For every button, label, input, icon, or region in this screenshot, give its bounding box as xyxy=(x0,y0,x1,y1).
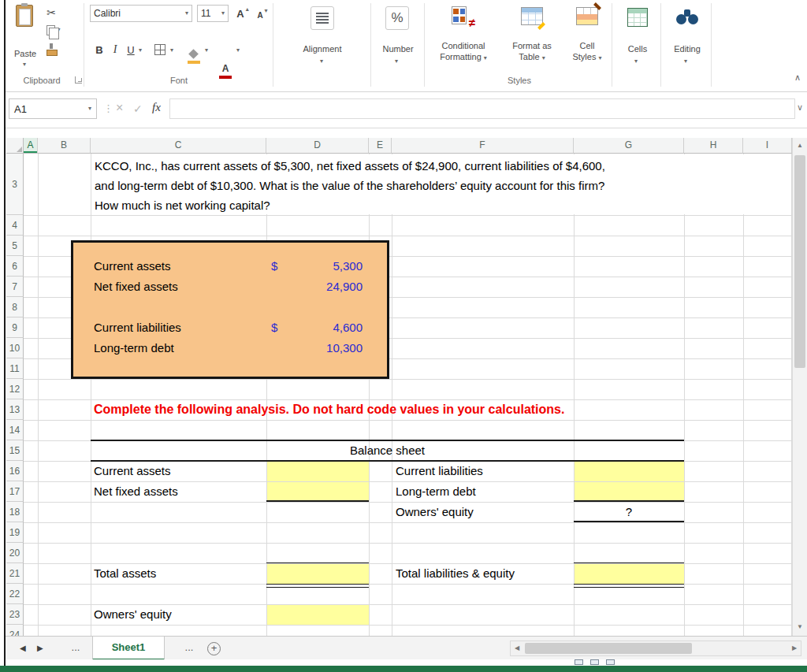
row-header-22[interactable]: 22 xyxy=(6,584,24,604)
row-header-21[interactable]: 21 xyxy=(6,563,24,584)
fill-color-dropdown-icon[interactable]: ▾ xyxy=(205,47,208,54)
row-header-13[interactable]: 13 xyxy=(6,399,24,420)
row-header-18[interactable]: 18 xyxy=(6,502,24,522)
column-header-H[interactable]: H xyxy=(684,138,743,154)
horizontal-scroll-thumb[interactable] xyxy=(525,643,692,654)
row-header-24[interactable]: 24 xyxy=(6,625,24,636)
row-headers: 3456789101112131415161718192021222324 xyxy=(6,154,24,636)
page-break-view-icon[interactable] xyxy=(606,659,615,665)
row-header-10[interactable]: 10 xyxy=(6,338,24,358)
scroll-left-button[interactable]: ◀ xyxy=(511,642,523,655)
column-header-I[interactable]: I xyxy=(743,138,792,154)
scissors-icon: ✂ xyxy=(46,7,56,18)
italic-button[interactable]: I xyxy=(110,41,120,58)
column-header-D[interactable]: D xyxy=(266,138,369,154)
vertical-scroll-thumb[interactable] xyxy=(794,155,805,368)
number-group-button[interactable]: % Number ▾ xyxy=(372,2,424,74)
cancel-button[interactable]: × xyxy=(116,102,123,114)
vertical-scrollbar[interactable]: ▲ ▼ xyxy=(792,138,807,636)
cells-group-button[interactable]: Cells ▾ xyxy=(613,2,662,74)
row-header-6[interactable]: 6 xyxy=(6,256,24,277)
borders-button[interactable] xyxy=(154,44,165,55)
enter-button[interactable]: ✓ xyxy=(133,102,143,115)
column-header-E[interactable]: E xyxy=(369,138,392,154)
row-header-11[interactable]: 11 xyxy=(6,358,24,379)
bold-button[interactable]: B xyxy=(93,41,106,58)
conditional-formatting-icon: ≠ xyxy=(452,5,475,28)
paste-button[interactable]: Paste ▾ xyxy=(8,2,43,75)
font-group-label: Font xyxy=(85,75,273,86)
column-header-A[interactable]: A xyxy=(24,138,38,154)
row-header-3[interactable]: 3 xyxy=(6,154,24,215)
shrink-font-button[interactable]: A ▾ xyxy=(254,8,271,22)
normal-view-icon[interactable] xyxy=(575,659,583,665)
sheet-tab-sheet1[interactable]: Sheet1 xyxy=(92,637,165,660)
editing-label: Editing xyxy=(662,44,712,54)
sheet-ellipsis-left[interactable]: ... xyxy=(65,638,86,657)
column-header-C[interactable]: C xyxy=(91,138,266,154)
cut-button[interactable]: ✂ xyxy=(41,5,61,20)
formula-bar-grip-icon[interactable]: ⋮ xyxy=(103,102,113,114)
collapse-ribbon-button[interactable]: ∧ xyxy=(790,72,805,87)
font-color-dropdown-icon[interactable]: ▾ xyxy=(236,47,240,54)
row-header-20[interactable]: 20 xyxy=(6,543,24,563)
row-header-19[interactable]: 19 xyxy=(6,522,24,543)
formula-input[interactable] xyxy=(169,98,795,119)
page-layout-view-icon[interactable] xyxy=(590,659,599,665)
row-header-15[interactable]: 15 xyxy=(6,440,24,461)
font-name-combobox[interactable]: Calibri ▾ xyxy=(90,5,192,22)
select-all-corner[interactable] xyxy=(6,138,24,154)
next-sheet-button[interactable]: ▶ xyxy=(37,644,43,653)
row-header-23[interactable]: 23 xyxy=(6,604,24,625)
copy-button[interactable]: ▾ xyxy=(41,22,66,38)
row-header-5[interactable]: 5 xyxy=(6,236,24,256)
clipboard-group-label: Clipboard xyxy=(6,75,78,86)
scroll-right-button[interactable]: ▶ xyxy=(788,642,801,655)
column-header-B[interactable]: B xyxy=(38,138,91,154)
column-header-G[interactable]: G xyxy=(574,138,684,154)
column-header-F[interactable]: F xyxy=(392,138,574,154)
sheet-ellipsis-right[interactable]: ... xyxy=(179,638,199,657)
format-painter-button[interactable] xyxy=(41,41,61,57)
formula-bar: A1 ▾ ⋮ × ✓ fx ∨ xyxy=(6,92,807,128)
bs-current-liabilities-label: Current liabilities xyxy=(396,461,483,481)
row-header-17[interactable]: 17 xyxy=(6,481,24,502)
underline-dropdown-icon[interactable]: ▾ xyxy=(139,47,142,54)
row-header-16[interactable]: 16 xyxy=(6,461,24,481)
horizontal-scrollbar[interactable]: ◀ ▶ xyxy=(510,640,801,656)
insert-function-button[interactable]: fx xyxy=(152,101,161,114)
new-sheet-button[interactable]: + xyxy=(207,642,221,655)
editing-group-button[interactable]: Editing ▾ xyxy=(662,2,712,74)
clipboard-dialog-launcher-icon[interactable] xyxy=(75,76,82,84)
format-as-table-button[interactable]: Format as Table ▾ xyxy=(503,2,561,74)
expand-formula-bar-button[interactable]: ∨ xyxy=(797,102,803,113)
name-box[interactable]: A1 ▾ xyxy=(9,98,97,119)
row-header-4[interactable]: 4 xyxy=(6,215,24,236)
row-header-12[interactable]: 12 xyxy=(6,379,24,399)
scroll-up-button[interactable]: ▲ xyxy=(794,139,806,152)
row-header-14[interactable]: 14 xyxy=(6,420,24,440)
grow-font-button[interactable]: A ▴ xyxy=(233,6,252,22)
name-box-value: A1 xyxy=(14,103,27,115)
fill-color-button[interactable] xyxy=(188,49,200,64)
scroll-down-button[interactable]: ▼ xyxy=(794,621,806,633)
font-name-value: Calibri xyxy=(94,8,121,19)
alignment-group-button[interactable]: Alignment ▾ xyxy=(276,2,369,74)
borders-dropdown-icon[interactable]: ▾ xyxy=(170,47,173,54)
paste-label: Paste xyxy=(8,49,43,59)
given-currency: $ xyxy=(271,256,277,277)
conditional-formatting-button[interactable]: ≠ Conditional Formatting ▾ xyxy=(427,2,500,74)
underline-button[interactable]: U xyxy=(125,41,137,58)
cell-G18-owners-equity-value[interactable]: ? xyxy=(574,502,684,522)
cell-styles-button[interactable]: Cell Styles ▾ xyxy=(563,2,612,74)
row-header-7[interactable]: 7 xyxy=(6,277,24,297)
bs-owners-equity-bottom-label: Owners' equity xyxy=(94,604,172,625)
row-header-9[interactable]: 9 xyxy=(6,317,24,338)
font-size-combobox[interactable]: 11 ▾ xyxy=(197,5,229,22)
question-line-2: and long-term debt of $10,300. What is t… xyxy=(95,176,790,195)
cells-icon xyxy=(627,8,648,27)
percent-icon: % xyxy=(391,11,403,25)
row-header-8[interactable]: 8 xyxy=(6,297,24,317)
prev-sheet-button[interactable]: ◀ xyxy=(20,644,26,653)
bs-current-assets-label: Current assets xyxy=(94,461,171,481)
